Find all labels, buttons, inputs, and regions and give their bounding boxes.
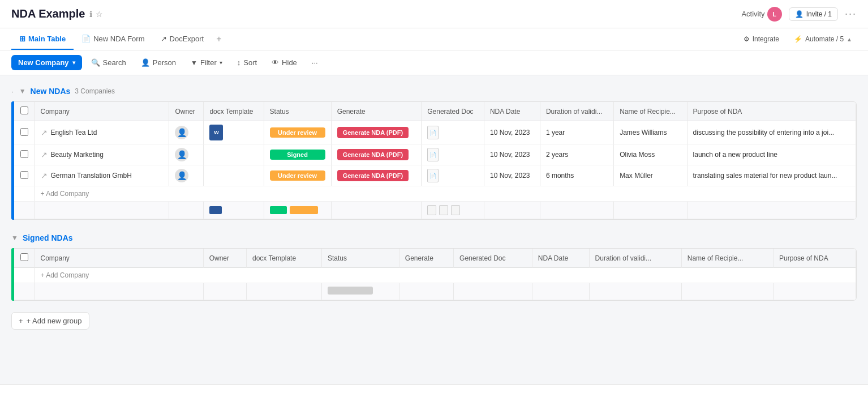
company-cell: ↗ German Translation GmbH — [35, 165, 169, 186]
automate-button[interactable]: ⚡ Automate / 5 ▲ — [789, 33, 857, 45]
form-icon: 📄 — [81, 35, 91, 43]
new-ndas-collapse-icon[interactable]: ▼ — [19, 87, 26, 95]
new-company-button[interactable]: New Company ▾ — [11, 55, 82, 70]
top-bar: NDA Example ℹ ☆ Activity L 👤 Invite / 1 … — [0, 0, 868, 28]
summary-status-green — [270, 206, 287, 214]
signed-th-status[interactable]: Status — [321, 249, 399, 268]
info-icon[interactable]: ℹ — [89, 10, 92, 19]
signed-th-recipient[interactable]: Name of Recipie... — [681, 249, 773, 268]
signed-add-company-cell[interactable]: + Add Company — [35, 268, 856, 283]
signed-th-owner[interactable]: Owner — [203, 249, 246, 268]
status-badge[interactable]: Signed — [270, 150, 325, 160]
signed-summary-owner — [203, 283, 246, 300]
owner-avatar[interactable]: 👤 — [175, 126, 188, 139]
chevron-down-icon: ▾ — [72, 59, 75, 66]
person-button[interactable]: 👤 Person — [135, 56, 182, 70]
recipient-cell: James Williams — [614, 121, 687, 144]
tab-docexport[interactable]: ↗ DocExport — [153, 29, 212, 50]
signed-summary-date — [532, 283, 589, 300]
docx-icon[interactable]: W — [209, 125, 223, 140]
hide-icon: 👁 — [272, 58, 279, 67]
th-docx-template[interactable]: docx Template — [204, 102, 264, 121]
status-badge[interactable]: Under review — [270, 170, 325, 181]
invite-button[interactable]: 👤 Invite / 1 — [789, 7, 838, 21]
hide-button[interactable]: 👁 Hide — [266, 56, 303, 70]
row-expand-icon[interactable]: ↗ — [41, 171, 48, 180]
th-nda-date[interactable]: NDA Date — [484, 102, 540, 121]
activity-button[interactable]: Activity L — [741, 7, 781, 22]
new-ndas-group-header: · ▼ New NDAs 3 Companies — [11, 84, 857, 98]
purpose-cell: launch of a new product line — [687, 144, 856, 165]
top-right: Activity L 👤 Invite / 1 ··· — [741, 7, 857, 22]
docx-cell — [204, 144, 264, 165]
owner-icon: 👤 — [177, 150, 187, 159]
doc-icon: 📄 — [427, 148, 439, 161]
status-badge[interactable]: Under review — [270, 127, 325, 138]
signed-summary-duration — [589, 283, 681, 300]
row-expand-icon[interactable]: ↗ — [41, 150, 48, 159]
signed-th-generate[interactable]: Generate — [399, 249, 453, 268]
generated-doc-cell: 📄 — [422, 121, 484, 144]
th-generated-doc[interactable]: Generated Doc — [422, 102, 484, 121]
signed-ndas-collapse-icon[interactable]: ▼ — [11, 234, 18, 242]
toolbar: New Company ▾ 🔍 Search 👤 Person ▼ Filter… — [0, 50, 868, 75]
more-toolbar-button[interactable]: ··· — [306, 56, 324, 70]
add-company-row[interactable]: + Add Company — [14, 186, 856, 202]
purpose-cell: translating sales material for new produ… — [687, 165, 856, 186]
avatar: L — [767, 7, 782, 22]
add-new-group-button[interactable]: + + Add new group — [11, 312, 89, 330]
generated-doc-cell: 📄 — [422, 144, 484, 165]
automate-icon: ⚡ — [794, 35, 802, 43]
collapse-dot[interactable]: · — [11, 87, 14, 96]
signed-th-duration[interactable]: Duration of validi... — [589, 249, 681, 268]
tab-new-nda-form[interactable]: 📄 New NDA Form — [74, 29, 152, 50]
th-duration[interactable]: Duration of validi... — [540, 102, 613, 121]
tabs-bar: ⊞ Main Table 📄 New NDA Form ↗ DocExport … — [0, 28, 868, 50]
signed-ndas-table-wrap: Company Owner docx Template Status Gener… — [11, 248, 857, 301]
sort-button[interactable]: ↕ Sort — [231, 56, 263, 70]
th-purpose[interactable]: Purpose of NDA — [687, 102, 856, 121]
signed-select-all-col — [14, 249, 35, 268]
th-owner[interactable]: Owner — [169, 102, 204, 121]
add-tab-button[interactable]: + — [212, 28, 226, 50]
duration-cell: 6 months — [540, 165, 613, 186]
th-recipient[interactable]: Name of Recipie... — [614, 102, 687, 121]
row-checkbox[interactable] — [20, 128, 28, 136]
more-options-button[interactable]: ··· — [845, 8, 857, 20]
filter-button[interactable]: ▼ Filter ▾ — [185, 56, 228, 70]
signed-th-docx[interactable]: docx Template — [246, 249, 321, 268]
row-checkbox[interactable] — [20, 150, 28, 158]
add-company-cell[interactable]: + Add Company — [35, 186, 856, 202]
signed-th-purpose[interactable]: Purpose of NDA — [773, 249, 856, 268]
signed-summary-status — [321, 283, 399, 300]
signed-add-company-row[interactable]: + Add Company — [14, 268, 856, 283]
th-status[interactable]: Status — [264, 102, 331, 121]
search-button[interactable]: 🔍 Search — [85, 56, 132, 70]
signed-select-all-checkbox[interactable] — [20, 253, 28, 261]
row-expand-icon[interactable]: ↗ — [41, 128, 48, 137]
signed-th-gendoc[interactable]: Generated Doc — [454, 249, 532, 268]
search-icon: 🔍 — [91, 58, 100, 67]
select-all-checkbox-col — [14, 102, 35, 121]
signed-th-company[interactable]: Company — [35, 249, 203, 268]
tab-main-table[interactable]: ⊞ Main Table — [11, 29, 74, 50]
signed-th-date[interactable]: NDA Date — [532, 249, 589, 268]
select-all-checkbox[interactable] — [20, 106, 28, 114]
signed-summary-gendoc — [454, 283, 532, 300]
owner-avatar[interactable]: 👤 — [175, 169, 188, 182]
th-company[interactable]: Company — [35, 102, 169, 121]
row-checkbox[interactable] — [20, 171, 28, 179]
table-icon: ⊞ — [19, 35, 25, 43]
generate-button[interactable]: Generate NDA (PDF) — [337, 127, 409, 138]
summary-purpose — [687, 202, 856, 219]
owner-avatar[interactable]: 👤 — [175, 148, 188, 161]
integrate-button[interactable]: ⚙ Integrate — [739, 33, 784, 45]
new-ndas-header-row: Company Owner docx Template Status Gener… — [14, 102, 856, 121]
add-group-label: + Add new group — [27, 317, 82, 325]
th-generate[interactable]: Generate — [331, 102, 422, 121]
star-icon[interactable]: ☆ — [96, 10, 103, 19]
new-ndas-table-wrap: Company Owner docx Template Status Gener… — [11, 101, 857, 220]
generate-button[interactable]: Generate NDA (PDF) — [337, 149, 409, 160]
generate-button[interactable]: Generate NDA (PDF) — [337, 170, 409, 181]
table-row: ↗ English Tea Ltd 👤 W — [14, 121, 856, 144]
